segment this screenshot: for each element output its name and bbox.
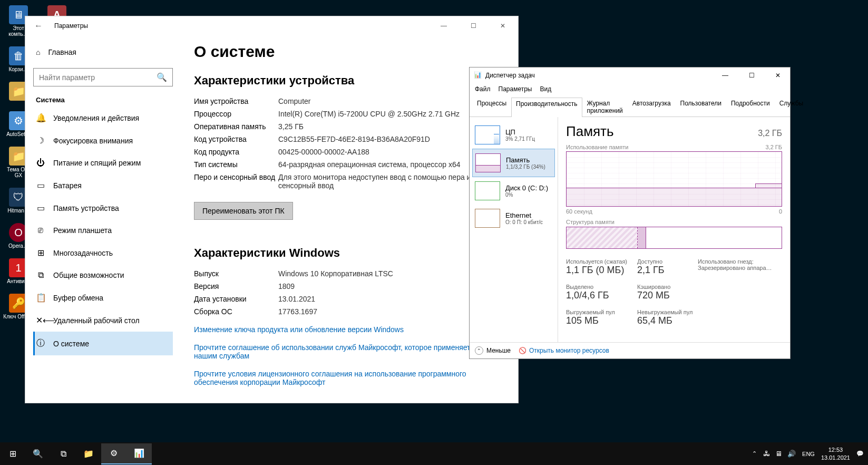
perf-item-ethernet[interactable]: Ethernet О: 0 П: 0 кбит/c xyxy=(472,205,555,232)
tray-monitor-icon[interactable]: 🖥 xyxy=(775,450,782,458)
maximize-button[interactable]: ☐ xyxy=(463,22,483,30)
perf-item-cpu[interactable]: ЦП 3% 2,71 ГГц xyxy=(472,121,555,149)
nav-label: Питание и спящий режим xyxy=(53,159,141,167)
monitor-label: Открыть монитор ресурсов xyxy=(529,347,609,354)
tray-speaker-icon[interactable]: 🔊 xyxy=(787,450,796,458)
taskman-title: Диспетчер задач xyxy=(485,72,535,79)
home-label: Главная xyxy=(48,48,76,56)
nav-item[interactable]: ✕⟵Удаленный рабочий стол xyxy=(33,309,173,332)
tab-пользователи[interactable]: Пользователи xyxy=(676,97,726,117)
minimize-button[interactable]: — xyxy=(434,22,454,30)
back-button[interactable]: ← xyxy=(31,21,46,31)
rename-button[interactable]: Переименовать этот ПК xyxy=(194,202,293,220)
perf-name: Диск 0 (C: D:) xyxy=(505,184,548,192)
action-center-button[interactable]: 💬 xyxy=(856,450,864,457)
home-link[interactable]: ⌂ Главная xyxy=(33,43,173,62)
performance-main: Память 3,2 ГБ Использование памяти 3,2 Г… xyxy=(558,117,790,342)
menu-view[interactable]: Вид xyxy=(540,85,551,93)
tab-журнал приложений[interactable]: Журнал приложений xyxy=(582,97,628,117)
spec-row: Оперативная память3,25 ГБ xyxy=(194,122,505,131)
nav-icon: 🔔 xyxy=(36,113,45,123)
spec-row: ВыпускWindows 10 Корпоративная LTSC xyxy=(194,269,505,278)
file-explorer-button[interactable]: 📁 xyxy=(76,443,101,464)
tab-автозагрузка[interactable]: Автозагрузка xyxy=(628,97,676,117)
perf-name: Ethernet xyxy=(505,211,543,219)
close-button[interactable]: ✕ xyxy=(770,72,786,79)
taskman-menubar: Файл Параметры Вид xyxy=(470,83,790,95)
taskbar-settings[interactable]: ⚙ xyxy=(101,443,126,464)
spec-row: Сборка ОС17763.1697 xyxy=(194,307,505,316)
nav-item[interactable]: ⓘО системе xyxy=(33,332,173,355)
taskman-tabs: ПроцессыПроизводительностьЖурнал приложе… xyxy=(470,97,790,117)
nav-item[interactable]: ⎚Режим планшета xyxy=(33,219,173,241)
settings-content: О системе Характеристики устройства Имя … xyxy=(181,35,518,403)
search-box[interactable]: 🔍 xyxy=(33,68,173,86)
license-terms-link[interactable]: Прочтите условия лицензионного соглашени… xyxy=(194,370,505,386)
nav-item[interactable]: ☽Фокусировка внимания xyxy=(33,129,173,152)
performance-sidebar: ЦП 3% 2,71 ГГц Память 1,1/3,2 ГБ (34%) Д… xyxy=(470,117,558,342)
section-header: Система xyxy=(36,96,173,104)
structure-label: Структура памяти xyxy=(566,219,615,225)
fewer-label: Меньше xyxy=(486,347,511,354)
perf-stat: О: 0 П: 0 кбит/c xyxy=(505,219,543,225)
nav-item[interactable]: 📋Буфер обмена xyxy=(33,286,173,309)
settings-titlebar: ← Параметры — ☐ ✕ xyxy=(25,16,518,35)
close-button[interactable]: ✕ xyxy=(493,22,513,30)
nav-item[interactable]: ⧉Общие возможности xyxy=(33,264,173,286)
date-label: 13.01.2021 xyxy=(821,454,850,461)
spec-row: ПроцессорIntel(R) Core(TM) i5-7200U CPU … xyxy=(194,110,505,118)
taskman-window: 📊 Диспетчер задач — ☐ ✕ Файл Параметры В… xyxy=(469,67,791,359)
nav-item[interactable]: ⊞Многозадачность xyxy=(33,241,173,264)
change-key-link[interactable]: Изменение ключа продукта или обновление … xyxy=(194,325,505,334)
search-button[interactable]: 🔍 xyxy=(25,443,51,464)
minimize-button[interactable]: — xyxy=(717,72,733,79)
maximize-button[interactable]: ☐ xyxy=(744,72,759,79)
perf-name: Память xyxy=(506,156,545,164)
tab-производительность[interactable]: Производительность xyxy=(511,98,582,117)
open-resource-monitor-link[interactable]: 🚫 Открыть монитор ресурсов xyxy=(519,347,609,354)
spec-row: Дата установки13.01.2021 xyxy=(194,295,505,303)
nav-item[interactable]: ⏻Питание и спящий режим xyxy=(33,152,173,174)
fewer-details-toggle[interactable]: ⌃ Меньше xyxy=(475,346,511,355)
tab-подробности[interactable]: Подробности xyxy=(726,97,775,117)
nav-label: О системе xyxy=(53,340,89,348)
nav-icon: ▭ xyxy=(36,203,45,213)
spec-label: Дата установки xyxy=(194,295,278,303)
nav-item[interactable]: ▭Память устройства xyxy=(33,197,173,219)
ethernet-mini-graph xyxy=(475,209,500,228)
window-title: Параметры xyxy=(54,22,88,30)
nav-icon: ⊞ xyxy=(36,248,45,258)
stat-cached: Кэшировано 720 МБ xyxy=(637,284,690,301)
perf-title: Память xyxy=(566,123,614,140)
nav-icon: ⓘ xyxy=(36,338,45,349)
perf-stat: 3% 2,71 ГГц xyxy=(505,136,535,142)
language-indicator[interactable]: ENG xyxy=(802,451,815,457)
disk-mini-graph xyxy=(475,181,500,200)
menu-file[interactable]: Файл xyxy=(475,85,491,93)
taskbar-taskman[interactable]: 📊 xyxy=(126,443,152,464)
tray-chevron-icon[interactable]: ⌃ xyxy=(752,450,757,457)
nav-label: Буфер обмена xyxy=(53,294,103,302)
start-button[interactable]: ⊞ xyxy=(0,443,25,464)
search-input[interactable] xyxy=(39,73,157,82)
clock[interactable]: 12:53 13.01.2021 xyxy=(821,446,850,461)
services-agreement-link[interactable]: Прочтите соглашение об использовании слу… xyxy=(194,343,505,360)
task-view-button[interactable]: ⧉ xyxy=(51,443,76,464)
nav-item[interactable]: ▭Батарея xyxy=(33,174,173,197)
memory-total: 3,2 ГБ xyxy=(758,129,782,138)
nav-icon: ☽ xyxy=(36,135,45,146)
nav-icon: 📋 xyxy=(36,293,45,303)
perf-item-disk[interactable]: Диск 0 (C: D:) 0% xyxy=(472,177,555,205)
perf-item-memory[interactable]: Память 1,1/3,2 ГБ (34%) xyxy=(472,149,555,177)
spec-label: Выпуск xyxy=(194,269,278,278)
spec-row: Тип системы64-разрядная операционная сис… xyxy=(194,160,505,169)
stat-committed: Выделено 1,0/4,6 ГБ xyxy=(566,284,629,301)
tray-network-icon[interactable]: 🖧 xyxy=(763,450,770,458)
nav-item[interactable]: 🔔Уведомления и действия xyxy=(33,106,173,129)
usage-label: Использование памяти xyxy=(566,144,628,150)
tab-процессы[interactable]: Процессы xyxy=(472,97,511,117)
tab-службы[interactable]: Службы xyxy=(775,97,808,117)
menu-options[interactable]: Параметры xyxy=(499,85,532,93)
spec-label: Код устройства xyxy=(194,135,278,143)
nav-label: Многозадачность xyxy=(53,249,113,257)
